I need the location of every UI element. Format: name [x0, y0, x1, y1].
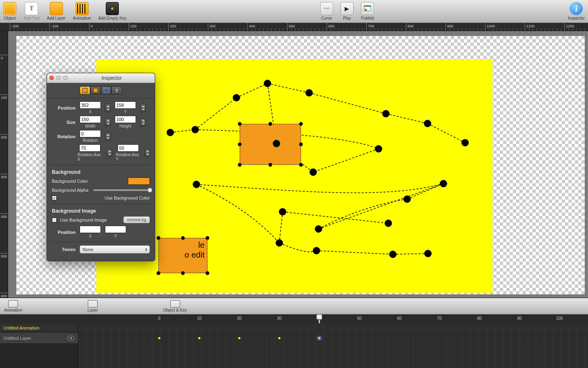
timeline-objectkey-button[interactable]: Object & Key	[163, 300, 187, 312]
tab-text[interactable]: T	[111, 86, 122, 94]
add-text-button[interactable]: TAdd Text	[24, 2, 40, 20]
position-x-input[interactable]	[80, 101, 101, 109]
inspector-tabs: T	[47, 83, 155, 98]
resize-handle[interactable]	[269, 122, 272, 126]
minimize-icon[interactable]	[56, 76, 61, 80]
inspector-panel[interactable]: Inspector T Position X Y Size Width Heig…	[47, 73, 155, 261]
object-button[interactable]: Object	[3, 2, 16, 20]
bgimg-x-input[interactable]	[80, 226, 101, 233]
resize-handle[interactable]	[238, 143, 242, 146]
svg-line-11	[283, 212, 388, 223]
inspector-title: Inspector	[71, 75, 152, 81]
add-empty-key-button[interactable]: Add Empty Key	[98, 2, 127, 20]
object-icon	[3, 2, 16, 15]
bg-color-swatch[interactable]	[128, 177, 150, 185]
height-stepper[interactable]	[140, 118, 146, 126]
rotation-axe-y-input[interactable]	[118, 144, 139, 152]
keyframe-node[interactable]	[461, 139, 469, 146]
stage[interactable]: leo edit	[96, 60, 492, 293]
ruler-horizontal[interactable]: -200-10001002003004005006007008009001000…	[0, 23, 588, 31]
curve-button[interactable]: 〰Curve	[320, 2, 333, 20]
keyframe-node[interactable]	[305, 89, 313, 96]
zoom-icon[interactable]	[63, 76, 68, 80]
rotation-axe-x-stepper[interactable]	[107, 149, 112, 157]
add-layer-button[interactable]: Add Layer	[47, 2, 66, 20]
layer-row[interactable]: Untitled Layer	[0, 332, 78, 344]
inspector-button[interactable]: iInspector	[568, 2, 585, 20]
use-bg-color-checkbox[interactable]: ✓Use Background Color	[52, 195, 150, 200]
keyframe-node[interactable]	[382, 110, 390, 117]
keyframe-node[interactable]	[440, 180, 447, 187]
keyframe-node[interactable]	[192, 126, 199, 133]
keyframe-node[interactable]	[403, 195, 411, 203]
timeline-keyframe[interactable]	[158, 337, 161, 340]
visibility-icon[interactable]	[67, 336, 75, 341]
resize-handle[interactable]	[269, 163, 272, 167]
timeline-keyframe[interactable]	[318, 337, 321, 340]
keyframe-node[interactable]	[193, 181, 200, 188]
keyframe-node[interactable]	[233, 94, 240, 101]
bg-alpha-slider[interactable]	[93, 187, 150, 193]
tween-select[interactable]: None▴▾	[80, 245, 150, 254]
timeline-toolbar: Animation Layer Object & Key	[0, 298, 588, 314]
rotation-input[interactable]	[80, 130, 101, 137]
resize-handle[interactable]	[299, 163, 303, 167]
keyframe-node[interactable]	[375, 145, 382, 153]
animation-row[interactable]: Untitled Animation	[0, 323, 78, 332]
keyframe-node[interactable]	[424, 120, 431, 127]
resize-handle[interactable]	[238, 122, 242, 126]
inspector-titlebar[interactable]: Inspector	[47, 73, 155, 83]
position-y-stepper[interactable]	[140, 104, 146, 112]
tab-layer[interactable]	[90, 86, 101, 94]
text-object[interactable]: leo edit	[158, 238, 207, 273]
svg-line-16	[313, 149, 379, 172]
keyframe-node[interactable]	[315, 225, 322, 233]
width-input[interactable]	[80, 116, 101, 123]
animation-button[interactable]: Animation	[73, 2, 91, 20]
size-label: Size	[52, 120, 76, 125]
keyframe-node[interactable]	[273, 140, 280, 147]
publish-button[interactable]: Publish	[361, 2, 374, 20]
rotation-stepper[interactable]	[105, 132, 111, 141]
timeline-track[interactable]	[78, 323, 588, 368]
timeline-keyframe[interactable]	[278, 337, 281, 340]
resize-handle[interactable]	[238, 163, 242, 167]
resize-handle[interactable]	[299, 143, 303, 146]
keyframe-node[interactable]	[276, 239, 283, 247]
rotation-axe-y-stepper[interactable]	[145, 149, 150, 157]
svg-line-4	[236, 83, 267, 98]
rotation-axe-x-input[interactable]	[79, 144, 100, 152]
svg-line-14	[318, 184, 443, 229]
keyframe-node[interactable]	[167, 129, 174, 136]
play-button[interactable]: ▶Play	[341, 2, 354, 20]
keyframe-node[interactable]	[310, 168, 317, 176]
keyframe-node[interactable]	[389, 251, 396, 258]
use-bg-image-checkbox[interactable]: Use Background Image remove bg	[52, 216, 150, 223]
bgimg-y-input[interactable]	[105, 226, 126, 233]
svg-rect-1	[364, 6, 371, 7]
height-input[interactable]	[115, 116, 136, 123]
timeline-layer-button[interactable]: Layer	[87, 300, 98, 312]
position-x-stepper[interactable]	[105, 104, 111, 112]
keyframe-node[interactable]	[424, 250, 432, 257]
tab-object[interactable]	[80, 86, 90, 94]
position-y-input[interactable]	[115, 101, 136, 109]
film-icon	[8, 300, 18, 307]
close-icon[interactable]	[49, 76, 54, 80]
timeline-keyframe[interactable]	[198, 337, 201, 340]
playhead[interactable]	[316, 314, 322, 323]
keyframe-node[interactable]	[385, 220, 392, 227]
timeline-ruler[interactable]: 0102030405060708090100	[0, 314, 588, 323]
selected-object[interactable]	[240, 124, 301, 165]
remove-bg-button[interactable]: remove bg	[123, 216, 150, 223]
width-stepper[interactable]	[105, 118, 111, 126]
keyframe-node[interactable]	[313, 247, 320, 254]
timeline-animation-button[interactable]: Animation	[4, 300, 22, 312]
keyframe-node[interactable]	[264, 80, 271, 87]
keyframe-node[interactable]	[279, 208, 286, 215]
tab-bounds[interactable]	[101, 86, 111, 94]
bgimg-pos-label: Position	[52, 230, 76, 235]
ruler-vertical[interactable]: 0100200300400500600	[0, 31, 8, 298]
resize-handle[interactable]	[299, 122, 303, 126]
timeline-keyframe[interactable]	[238, 337, 241, 340]
